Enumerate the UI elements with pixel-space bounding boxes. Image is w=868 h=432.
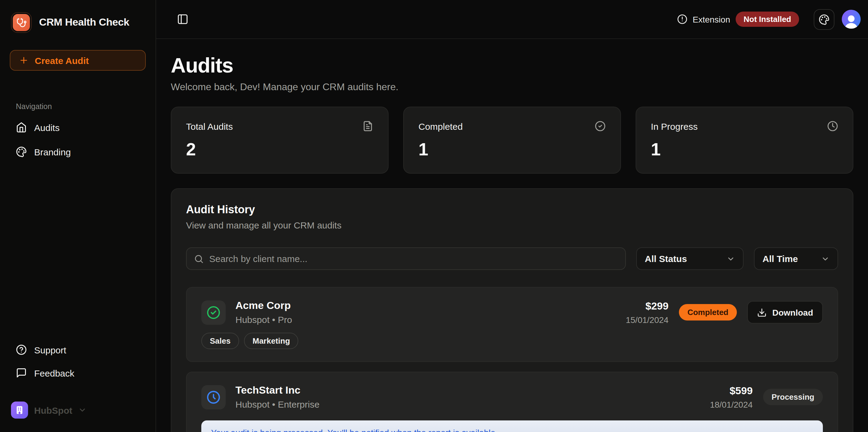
history-subtitle: View and manage all your CRM audits bbox=[186, 220, 838, 230]
app-window: CRM Health Check Create Audit Navigation… bbox=[0, 0, 868, 432]
search-icon bbox=[194, 254, 204, 264]
alert-circle-icon bbox=[677, 14, 687, 24]
audit-client-meta: Hubspot • Pro bbox=[236, 314, 292, 325]
main-area: Extension Not Installed Audits Welcome b… bbox=[156, 0, 868, 432]
create-audit-button[interactable]: Create Audit bbox=[10, 50, 146, 71]
sidebar-item-feedback[interactable]: Feedback bbox=[10, 363, 146, 383]
palette-icon bbox=[818, 14, 830, 25]
sidebar-footer: Support Feedback HubSpot bbox=[10, 339, 146, 422]
stats-row: Total Audits 2 Completed 1 In Progress bbox=[171, 107, 854, 174]
message-icon bbox=[16, 367, 27, 378]
help-icon bbox=[16, 344, 27, 355]
clock-icon bbox=[206, 390, 221, 404]
nav-section-label: Navigation bbox=[16, 102, 140, 111]
status-filter-value: All Status bbox=[645, 254, 687, 264]
sidebar: CRM Health Check Create Audit Navigation… bbox=[0, 0, 156, 432]
chevron-down-icon bbox=[79, 406, 87, 414]
filters-row: All Status All Time bbox=[186, 247, 838, 270]
panel-left-icon bbox=[177, 13, 188, 25]
audit-row-acme-corp: Acme Corp Hubspot • Pro $299 15/01/2024 … bbox=[186, 287, 838, 362]
stat-label: Completed bbox=[418, 121, 463, 131]
stat-card-in-progress: In Progress 1 bbox=[636, 107, 854, 174]
extension-status-badge: Not Installed bbox=[736, 11, 799, 27]
sidebar-item-label: Support bbox=[34, 344, 66, 355]
building-icon bbox=[11, 402, 28, 419]
sidebar-item-label: Audits bbox=[34, 122, 60, 133]
audit-price: $299 bbox=[626, 300, 669, 312]
clock-icon bbox=[827, 121, 838, 132]
audit-client-name: TechStart Inc bbox=[236, 385, 320, 397]
theme-button[interactable] bbox=[814, 9, 834, 30]
check-circle-icon bbox=[206, 305, 221, 320]
sidebar-item-branding[interactable]: Branding bbox=[10, 141, 146, 162]
stat-value: 1 bbox=[651, 141, 838, 158]
brand-logo-ring bbox=[11, 12, 32, 33]
sidebar-toggle-button[interactable] bbox=[175, 11, 191, 27]
status-filter-select[interactable]: All Status bbox=[636, 247, 744, 270]
status-badge: Processing bbox=[763, 389, 823, 405]
download-label: Download bbox=[772, 307, 813, 317]
sidebar-item-audits[interactable]: Audits bbox=[10, 117, 146, 138]
stat-value: 2 bbox=[186, 141, 373, 158]
history-title: Audit History bbox=[186, 203, 838, 216]
audit-list: Acme Corp Hubspot • Pro $299 15/01/2024 … bbox=[186, 287, 838, 432]
audit-client-name: Acme Corp bbox=[236, 300, 292, 312]
stat-label: In Progress bbox=[651, 121, 698, 131]
brand: CRM Health Check bbox=[11, 12, 145, 33]
sidebar-item-label: Branding bbox=[34, 146, 71, 157]
check-circle-icon bbox=[595, 121, 606, 132]
search-box bbox=[186, 247, 626, 270]
tag-badge: Sales bbox=[201, 333, 239, 349]
status-badge: Completed bbox=[679, 304, 737, 321]
org-name: HubSpot bbox=[34, 405, 72, 415]
time-filter-value: All Time bbox=[763, 254, 798, 264]
stat-value: 1 bbox=[418, 141, 606, 158]
audit-date: 18/01/2024 bbox=[710, 399, 753, 409]
org-switcher[interactable]: HubSpot bbox=[10, 399, 146, 422]
tag-badge: Marketing bbox=[244, 333, 299, 349]
home-icon bbox=[16, 122, 27, 133]
stat-label: Total Audits bbox=[186, 121, 233, 131]
processing-notice: Your audit is being processed. You'll be… bbox=[201, 421, 823, 432]
audit-row-techstart-inc: TechStart Inc Hubspot • Enterprise $599 … bbox=[186, 372, 838, 432]
user-avatar[interactable] bbox=[842, 10, 861, 29]
extension-status: Extension Not Installed bbox=[677, 11, 799, 27]
audit-status-icon-container bbox=[201, 385, 226, 409]
page-content: Audits Welcome back, Dev! Manage your CR… bbox=[156, 39, 868, 432]
chevron-down-icon bbox=[821, 255, 830, 263]
topbar: Extension Not Installed bbox=[156, 0, 868, 39]
tag-row: Sales Marketing bbox=[201, 333, 823, 349]
audit-price: $599 bbox=[710, 385, 753, 397]
sidebar-item-label: Feedback bbox=[34, 368, 74, 378]
audit-status-icon-container bbox=[201, 300, 226, 325]
create-audit-label: Create Audit bbox=[35, 55, 89, 66]
plus-icon bbox=[19, 56, 29, 65]
stethoscope-icon bbox=[13, 14, 30, 31]
download-icon bbox=[757, 307, 767, 317]
time-filter-select[interactable]: All Time bbox=[754, 247, 838, 270]
audit-date: 15/01/2024 bbox=[626, 315, 669, 325]
palette-icon bbox=[16, 146, 27, 157]
download-button[interactable]: Download bbox=[747, 301, 823, 324]
topbar-right: Extension Not Installed bbox=[677, 9, 861, 30]
app-title: CRM Health Check bbox=[39, 16, 129, 29]
page-subtitle: Welcome back, Dev! Manage your CRM audit… bbox=[171, 81, 854, 93]
file-text-icon bbox=[362, 121, 373, 132]
chevron-down-icon bbox=[726, 255, 735, 263]
extension-label: Extension bbox=[693, 14, 730, 24]
sidebar-nav: Audits Branding bbox=[10, 117, 146, 162]
stat-card-total-audits: Total Audits 2 bbox=[171, 107, 389, 174]
stat-card-completed: Completed 1 bbox=[403, 107, 621, 174]
audit-history-card: Audit History View and manage all your C… bbox=[171, 188, 854, 432]
page-title: Audits bbox=[171, 54, 854, 77]
search-input[interactable] bbox=[209, 254, 618, 264]
audit-client-meta: Hubspot • Enterprise bbox=[236, 399, 320, 409]
sidebar-item-support[interactable]: Support bbox=[10, 339, 146, 360]
